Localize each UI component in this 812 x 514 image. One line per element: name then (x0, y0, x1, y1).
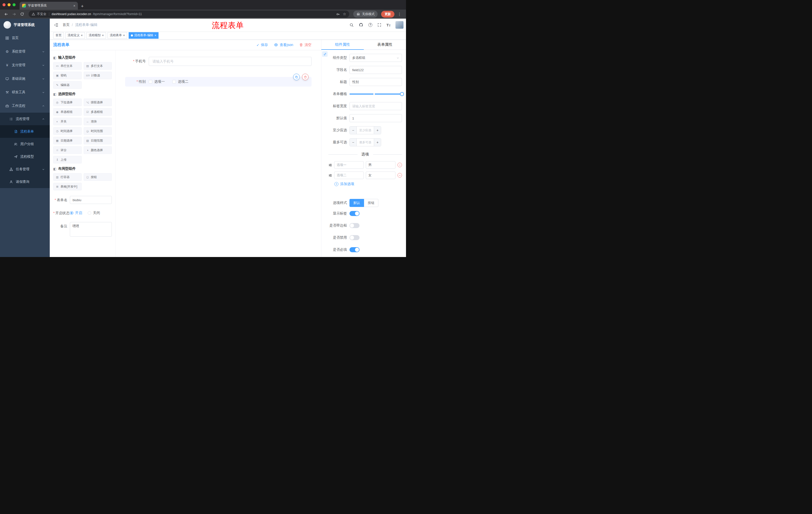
checkbox-option-2[interactable]: 选项二 (172, 79, 188, 84)
status-on-radio[interactable]: 开启 (70, 211, 82, 215)
tags-view-item[interactable]: 流程定义 × (65, 32, 85, 39)
default-value-input[interactable] (349, 114, 402, 122)
address-bar[interactable]: 不安全 dashboard.yudao.iocoder.cn/bpm/manag… (29, 10, 349, 18)
option-style-default-button[interactable]: 默认 (349, 199, 364, 207)
back-button[interactable] (2, 10, 9, 18)
new-tab-button[interactable]: + (78, 4, 87, 9)
sidebar-item-process-model[interactable]: 流程模型 (0, 151, 50, 163)
status-off-radio[interactable]: 关闭 (88, 211, 100, 215)
max-select-input[interactable]: 最多可选 (357, 139, 374, 146)
phone-input[interactable] (149, 57, 312, 66)
tags-view-item-active[interactable]: 流程表单-编辑 × (128, 32, 158, 39)
forward-button[interactable] (10, 10, 18, 18)
option-name-input[interactable] (334, 171, 364, 179)
palette-item[interactable]: ◎下拉选择 (53, 99, 82, 106)
sidebar-item-devtools[interactable]: ⚒ 研发工具 (0, 85, 50, 99)
checkbox-option-1[interactable]: 选项一 (149, 79, 165, 84)
palette-item[interactable]: ◷时间选择 (53, 127, 82, 135)
sidebar-item-leave-query[interactable]: 请假查询 (0, 175, 50, 188)
palette-item[interactable]: ▦日期选择 (53, 137, 82, 144)
remove-option-button[interactable]: − (398, 163, 402, 167)
drag-handle-icon[interactable] (328, 163, 332, 167)
palette-item[interactable]: ⊞表格[开发中] (53, 183, 82, 190)
help-icon[interactable]: ? (368, 23, 372, 27)
decrease-button[interactable]: − (350, 139, 357, 146)
palette-item[interactable]: ↔滑块 (84, 118, 112, 125)
tags-view-item[interactable]: 流程表单 × (108, 32, 127, 39)
min-select-input[interactable]: 至少应选 (357, 127, 374, 134)
sidebar-item-home[interactable]: 首页 (0, 31, 50, 45)
increase-button[interactable]: + (374, 127, 381, 134)
copy-widget-button[interactable] (293, 74, 300, 80)
option-value-input[interactable] (366, 161, 396, 169)
search-icon[interactable] (349, 23, 354, 27)
sidebar-item-process-form[interactable]: 流程表单 (0, 125, 50, 138)
sidebar-item-process-management[interactable]: 流程管理 (0, 113, 50, 125)
required-toggle[interactable] (349, 247, 359, 252)
github-icon[interactable] (359, 23, 363, 27)
avatar[interactable] (396, 21, 404, 29)
form-grid-slider[interactable] (349, 90, 402, 98)
palette-item[interactable]: ▤多行文本 (84, 62, 112, 70)
phone-field-row[interactable]: 手机号 (125, 57, 312, 66)
border-toggle[interactable] (349, 223, 359, 228)
window-close-button[interactable] (2, 3, 5, 6)
window-zoom-button[interactable] (12, 3, 16, 6)
add-option-button[interactable]: + 添加选项 (335, 182, 402, 186)
sidebar-item-task-management[interactable]: 任务管理 (0, 163, 50, 175)
sidebar-item-payment[interactable]: ¥ 支付管理 (0, 58, 50, 72)
slider-handle[interactable] (400, 92, 404, 96)
tags-view-item[interactable]: 流程模型 × (86, 32, 106, 39)
drag-handle-icon[interactable] (328, 173, 332, 177)
form-name-input[interactable] (70, 196, 112, 204)
avatar-caret-icon[interactable]: ▾ (401, 25, 402, 28)
checkbox-icon[interactable] (172, 80, 176, 83)
palette-item[interactable]: ◐开关 (53, 118, 82, 125)
browser-tab[interactable]: 芋道管理系统 × (20, 2, 78, 9)
checkbox-icon[interactable] (149, 80, 152, 83)
sidebar-item-system[interactable]: ⚙ 系统管理 (0, 45, 50, 58)
key-icon[interactable] (336, 12, 340, 16)
palette-item[interactable]: ▥行容器 (53, 173, 82, 181)
palette-item[interactable]: ⌥级联选择 (84, 99, 112, 106)
remark-textarea[interactable]: 嘿嘿 (70, 222, 112, 237)
save-button[interactable]: ✓ 保存 (257, 43, 268, 47)
breadcrumb-root[interactable]: 首页 (63, 23, 69, 27)
clear-button[interactable]: 清空 (299, 43, 312, 47)
palette-item[interactable]: ◉单选框组 (53, 108, 82, 116)
palette-item[interactable]: ✎编辑器 (53, 81, 82, 89)
option-value-input[interactable] (366, 171, 396, 179)
reload-button[interactable] (19, 10, 26, 18)
palette-item[interactable]: ☑多选框组 (84, 108, 112, 116)
palette-item[interactable]: 123计数器 (84, 72, 112, 79)
tag-close-icon[interactable]: × (102, 34, 104, 37)
palette-item[interactable]: ▣密码 (53, 72, 82, 79)
browser-menu-icon[interactable]: ⋮ (396, 12, 404, 17)
show-label-toggle[interactable] (349, 211, 359, 216)
window-minimize-button[interactable] (7, 3, 10, 6)
disabled-toggle[interactable] (349, 235, 359, 240)
palette-item[interactable]: ↥上传 (53, 156, 82, 163)
link-icon[interactable] (322, 51, 328, 57)
tag-close-icon[interactable]: × (123, 34, 125, 37)
palette-item[interactable]: ◑颜色选择 (84, 146, 112, 154)
palette-item[interactable]: ◻按钮 (84, 173, 112, 181)
option-name-input[interactable] (334, 161, 364, 169)
update-button[interactable]: 更新 (381, 11, 395, 18)
title-input[interactable] (349, 78, 402, 86)
view-json-button[interactable]: 查看json (274, 43, 293, 47)
sidebar-item-infrastructure[interactable]: 基础设施 (0, 72, 50, 85)
tab-close-icon[interactable]: × (74, 4, 76, 7)
palette-item[interactable]: ◶时间范围 (84, 127, 112, 135)
tab-component-props[interactable]: 组件属性 (321, 40, 364, 50)
palette-item[interactable]: ▧日期范围 (84, 137, 112, 144)
delete-widget-button[interactable] (302, 74, 309, 80)
tag-close-icon[interactable]: × (81, 34, 83, 37)
palette-item[interactable]: ▭单行文本 (53, 62, 82, 70)
sidebar-logo[interactable]: 芋道管理系统 (0, 19, 50, 31)
label-width-input[interactable] (349, 102, 402, 110)
fullscreen-icon[interactable] (377, 23, 381, 27)
remove-option-button[interactable]: − (398, 173, 402, 178)
sidebar-item-workflow[interactable]: 工作流程 (0, 99, 50, 113)
bookmark-star-icon[interactable]: ☆ (343, 12, 346, 16)
